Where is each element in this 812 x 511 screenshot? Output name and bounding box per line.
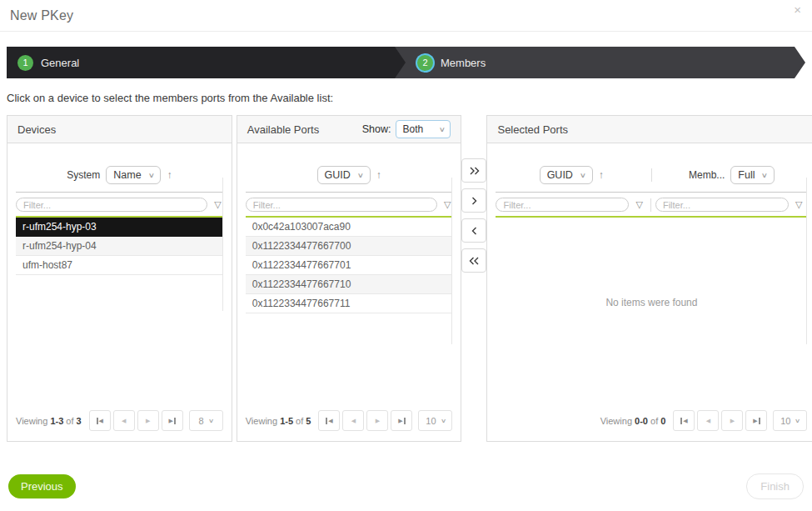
viewing-range: 1-5 [280, 416, 293, 426]
page-size-value: 10 [426, 416, 436, 426]
double-chevron-left-icon [468, 256, 481, 266]
finish-button[interactable]: Finish [746, 473, 804, 499]
move-all-left-button[interactable] [461, 248, 486, 273]
first-page-button[interactable]: ◀ [673, 410, 695, 431]
selected-ports-table: GUID ∨ ↑ Memb... Full ∨ ▽ [496, 166, 807, 308]
selected-sort-row: GUID ∨ ↑ Memb... Full ∨ [496, 166, 807, 193]
first-page-button[interactable]: ◀ [89, 410, 111, 431]
last-page-icon [759, 418, 760, 424]
last-page-button[interactable]: ▶ [391, 410, 412, 431]
show-mode-select[interactable]: Both ∨ [396, 120, 451, 138]
next-page-icon: ▶ [730, 418, 735, 423]
of-label: of [650, 416, 658, 426]
available-row-list: 0x0c42a103007aca90 0x1122334477667700 0x… [246, 218, 453, 313]
last-page-button[interactable]: ▶ [162, 410, 183, 431]
members-step-content: Devices System Name ∨ ↑ ▽ r-ufm254-hyp-0… [7, 115, 804, 442]
prev-page-button[interactable]: ◀ [113, 410, 135, 431]
selected-ports-panel-title: Selected Ports [497, 123, 568, 136]
of-label: of [296, 416, 303, 426]
move-left-button[interactable] [461, 218, 486, 243]
table-row[interactable]: 0x1122334477667711 [246, 294, 453, 313]
table-row[interactable]: 0x1122334477667701 [246, 256, 453, 275]
sort-ascending-icon[interactable]: ↑ [599, 169, 604, 181]
step-number-badge: 1 [17, 55, 33, 71]
next-page-button[interactable]: ▶ [137, 410, 159, 431]
move-all-right-button[interactable] [461, 158, 486, 183]
next-page-button[interactable]: ▶ [366, 410, 388, 431]
first-page-button[interactable]: ◀ [318, 410, 340, 431]
page-title: New PKey [10, 8, 73, 23]
table-row[interactable]: 0x1122334477667700 [246, 237, 453, 256]
step-label-general: General [41, 57, 79, 69]
membership-filter-input[interactable] [655, 198, 789, 212]
devices-panel-title: Devices [17, 123, 56, 136]
sort-ascending-icon[interactable]: ↑ [167, 169, 172, 181]
membership-select[interactable]: Full ∨ [730, 166, 775, 184]
last-page-button[interactable]: ▶ [745, 410, 767, 431]
viewing-total: 3 [77, 416, 82, 426]
available-ports-panel-title: Available Ports [247, 123, 319, 136]
devices-filter-input[interactable] [16, 198, 207, 212]
last-page-icon: ▶ [169, 418, 173, 423]
devices-sort-field-select[interactable]: Name ∨ [106, 166, 161, 184]
first-page-icon [680, 418, 682, 424]
devices-row-list: r-ufm254-hyp-03 r-ufm254-hyp-04 ufm-host… [16, 218, 223, 275]
membership-value: Full [738, 169, 755, 181]
move-right-button[interactable] [461, 188, 486, 213]
viewing-total: 5 [306, 416, 311, 426]
available-viewing-status: Viewing 1-5 of 5 [246, 416, 311, 426]
chevron-down-icon: ∨ [795, 418, 800, 424]
available-sort-field-select[interactable]: GUID ∨ [317, 166, 371, 184]
selected-guid-filter: ▽ [496, 198, 645, 212]
available-sort-row: GUID ∨ ↑ [246, 166, 453, 193]
page-size-value: 10 [780, 416, 790, 426]
chevron-down-icon: ∨ [357, 172, 364, 179]
available-page-size-select[interactable]: 10 ∨ [418, 410, 452, 431]
table-row[interactable]: ufm-host87 [16, 256, 223, 275]
column-divider [650, 198, 651, 212]
show-filter-group: Show: Both ∨ [362, 120, 451, 138]
close-icon[interactable]: × [794, 3, 801, 16]
selected-sort-field-value: GUID [547, 169, 573, 181]
prev-page-button[interactable]: ◀ [697, 410, 719, 431]
table-row[interactable]: 0x0c42a103007aca90 [246, 218, 453, 237]
filter-funnel-icon[interactable]: ▽ [635, 199, 642, 210]
devices-sort-field-value: Name [113, 169, 141, 181]
viewing-label: Viewing [16, 416, 47, 426]
next-page-icon: ▶ [376, 418, 380, 423]
devices-page-size-select[interactable]: 8 ∨ [189, 410, 223, 431]
wizard-step-general[interactable]: 1 General [7, 47, 406, 78]
filter-funnel-icon[interactable]: ▽ [795, 199, 802, 210]
prev-page-button[interactable]: ◀ [342, 410, 364, 431]
first-page-icon [97, 418, 98, 424]
devices-pagination: Viewing 1-3 of 3 ◀ ◀ ▶ ▶ 8 ∨ [16, 410, 223, 431]
last-page-icon: ▶ [753, 418, 757, 423]
table-row[interactable]: r-ufm254-hyp-03 [16, 218, 223, 237]
last-page-icon [174, 418, 176, 424]
last-page-icon: ▶ [398, 418, 402, 423]
devices-filter-row: ▽ [16, 193, 223, 218]
wizard-step-members[interactable]: 2 Members [395, 47, 805, 78]
table-row[interactable]: 0x1122334477667710 [246, 275, 453, 294]
sort-ascending-icon[interactable]: ↑ [376, 169, 381, 181]
chevron-down-icon: ∨ [580, 172, 586, 179]
filter-funnel-icon[interactable]: ▽ [444, 199, 451, 210]
show-label: Show: [362, 123, 391, 135]
available-filter-input[interactable] [246, 198, 437, 212]
next-page-button[interactable]: ▶ [721, 410, 743, 431]
selected-viewing-status: Viewing 0-0 of 0 [600, 416, 666, 426]
table-row[interactable]: r-ufm254-hyp-04 [16, 237, 223, 256]
of-label: of [66, 416, 73, 426]
previous-button[interactable]: Previous [8, 474, 76, 498]
filter-funnel-icon[interactable]: ▽ [214, 199, 221, 210]
selected-page-size-select[interactable]: 10 ∨ [773, 410, 807, 431]
available-ports-panel-header: Available Ports Show: Both ∨ [237, 116, 461, 143]
selected-sort-field-select[interactable]: GUID ∨ [540, 166, 593, 184]
membership-column-label: Memb... [689, 169, 725, 181]
chevron-left-icon [468, 226, 481, 236]
first-page-icon [326, 418, 327, 424]
selected-filter-input[interactable] [496, 198, 629, 212]
selected-pagination: Viewing 0-0 of 0 ◀ ◀ ▶ ▶ 10 ∨ [496, 410, 807, 431]
viewing-range: 0-0 [635, 416, 648, 426]
transfer-controls [461, 115, 486, 442]
